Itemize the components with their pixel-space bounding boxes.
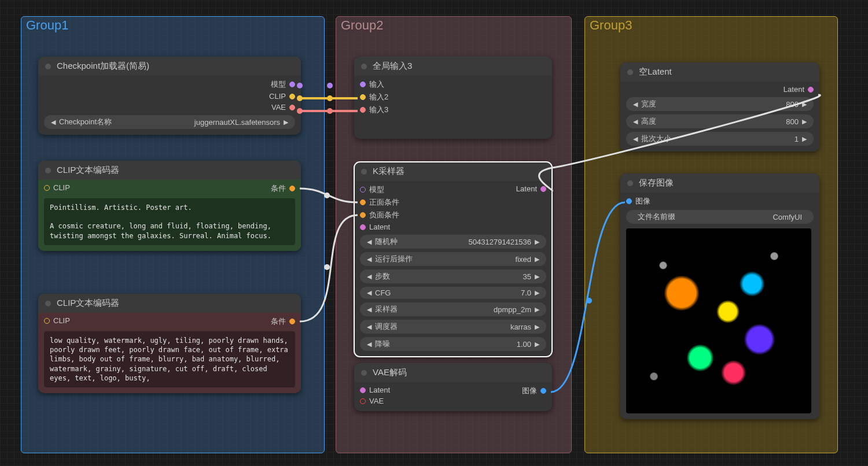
cfg-widget[interactable]: ◀ CFG 7.0 ▶ — [360, 287, 546, 299]
input-3[interactable]: 输入3 — [360, 105, 546, 115]
port-icon[interactable] — [360, 94, 366, 100]
sampler-widget[interactable]: ◀ 采样器 dpmpp_2m ▶ — [360, 302, 546, 316]
output-model[interactable]: 模型 — [271, 79, 295, 90]
output-clip[interactable]: CLIP — [269, 92, 295, 101]
chevron-left-icon[interactable]: ◀ — [50, 119, 57, 126]
port-icon[interactable] — [540, 388, 546, 394]
node-header[interactable]: CLIP文本编码器 — [38, 294, 301, 313]
input-vae[interactable]: VAE — [360, 397, 390, 405]
chevron-right-icon[interactable]: ▶ — [534, 273, 540, 280]
input-latent[interactable]: Latent — [360, 223, 399, 231]
chevron-right-icon[interactable]: ▶ — [282, 119, 289, 126]
chevron-left-icon[interactable]: ◀ — [632, 135, 639, 143]
clip-positive-node[interactable]: CLIP文本编码器 CLIP 条件 Pointillism. Artistic.… — [38, 161, 301, 251]
chevron-left-icon[interactable]: ◀ — [366, 341, 373, 348]
chevron-right-icon[interactable]: ▶ — [534, 289, 540, 297]
port-icon[interactable] — [360, 212, 366, 218]
chevron-left-icon[interactable]: ◀ — [366, 256, 373, 263]
chevron-left-icon[interactable]: ◀ — [366, 289, 373, 297]
node-header[interactable]: K采样器 — [354, 162, 552, 181]
node-header[interactable]: 空Latent — [620, 62, 819, 82]
empty-latent-node[interactable]: 空Latent Latent ◀ 宽度 800 ▶ ◀ 高度 800 ▶ ◀ — [620, 62, 819, 151]
input-model[interactable]: 模型 — [360, 184, 399, 195]
collapse-dot-icon[interactable] — [45, 168, 51, 173]
port-icon[interactable] — [289, 105, 295, 110]
port-icon[interactable] — [360, 387, 366, 393]
vae-decode-node[interactable]: VAE解码 Latent VAE 图像 — [354, 363, 552, 411]
port-icon[interactable] — [360, 199, 366, 205]
filename-prefix-widget[interactable]: 文件名前缀 ComfyUI — [626, 210, 814, 224]
height-widget[interactable]: ◀ 高度 800 ▶ — [626, 114, 814, 128]
port-icon[interactable] — [540, 186, 546, 192]
node-header[interactable]: Checkpoint加载器(简易) — [38, 57, 301, 76]
chevron-left-icon[interactable]: ◀ — [366, 323, 373, 331]
port-icon[interactable] — [360, 187, 366, 193]
collapse-dot-icon[interactable] — [45, 301, 51, 306]
negative-prompt-textarea[interactable]: low quality, watermark, ugly, tiling, po… — [44, 331, 295, 387]
width-widget[interactable]: ◀ 宽度 800 ▶ — [626, 97, 814, 111]
port-icon[interactable] — [808, 87, 814, 93]
collapse-dot-icon[interactable] — [45, 64, 51, 69]
global-inputs-node[interactable]: 全局输入3 输入 输入2 输入3 — [354, 57, 552, 139]
port-icon[interactable] — [289, 319, 295, 324]
positive-prompt-textarea[interactable]: Pointillism. Artistic. Poster art. A cos… — [44, 198, 295, 245]
chevron-right-icon[interactable]: ▶ — [534, 238, 540, 246]
chevron-right-icon[interactable]: ▶ — [534, 256, 540, 263]
chevron-right-icon[interactable]: ▶ — [534, 323, 540, 331]
checkpoint-loader-node[interactable]: Checkpoint加载器(简易) 模型 CLIP VAE ◀ — [38, 57, 301, 135]
port-icon[interactable] — [360, 82, 366, 87]
group-title[interactable]: Group2 — [341, 18, 383, 33]
output-latent[interactable]: Latent — [516, 184, 546, 193]
chevron-right-icon[interactable]: ▶ — [534, 306, 540, 313]
output-vae[interactable]: VAE — [271, 103, 295, 112]
chevron-left-icon[interactable]: ◀ — [632, 101, 639, 108]
save-image-node[interactable]: 保存图像 图像 文件名前缀 ComfyUI — [620, 173, 819, 419]
port-icon[interactable] — [44, 185, 50, 191]
group-title[interactable]: Group3 — [590, 18, 632, 33]
output-image-preview[interactable] — [626, 228, 811, 413]
port-icon[interactable] — [289, 94, 295, 99]
port-icon[interactable] — [360, 107, 366, 113]
collapse-dot-icon[interactable] — [361, 64, 367, 69]
output-latent[interactable]: Latent — [784, 85, 814, 94]
node-header[interactable]: CLIP文本编码器 — [38, 161, 301, 180]
collapse-dot-icon[interactable] — [361, 169, 367, 175]
port-icon[interactable] — [44, 318, 50, 324]
output-image[interactable]: 图像 — [522, 386, 546, 396]
input-positive[interactable]: 正面条件 — [360, 197, 399, 208]
seed-behavior-widget[interactable]: ◀ 运行后操作 fixed ▶ — [360, 252, 546, 266]
chevron-left-icon[interactable]: ◀ — [632, 118, 639, 125]
chevron-left-icon[interactable]: ◀ — [366, 273, 373, 280]
chevron-right-icon[interactable]: ▶ — [801, 118, 808, 125]
port-icon[interactable] — [289, 186, 295, 191]
seed-widget[interactable]: ◀ 随机种 504312791421536 ▶ — [360, 235, 546, 249]
chevron-right-icon[interactable]: ▶ — [801, 135, 808, 143]
denoise-widget[interactable]: ◀ 降噪 1.00 ▶ — [360, 337, 546, 351]
steps-widget[interactable]: ◀ 步数 35 ▶ — [360, 269, 546, 283]
output-conditioning[interactable]: 条件 — [271, 183, 295, 194]
output-conditioning[interactable]: 条件 — [271, 316, 295, 327]
scheduler-widget[interactable]: ◀ 调度器 karras ▶ — [360, 320, 546, 334]
node-header[interactable]: VAE解码 — [354, 363, 552, 382]
node-header[interactable]: 保存图像 — [620, 173, 819, 193]
chevron-right-icon[interactable]: ▶ — [801, 101, 808, 108]
collapse-dot-icon[interactable] — [361, 370, 367, 376]
input-clip[interactable]: CLIP — [44, 316, 70, 325]
port-icon[interactable] — [626, 198, 632, 204]
chevron-left-icon[interactable]: ◀ — [366, 306, 373, 313]
chevron-left-icon[interactable]: ◀ — [366, 238, 373, 246]
batch-widget[interactable]: ◀ 批次大小 1 ▶ — [626, 132, 814, 146]
input-image[interactable]: 图像 — [626, 196, 650, 206]
checkpoint-name-widget[interactable]: ◀ Checkpoint名称 juggernautXL.safetensors … — [44, 115, 295, 129]
collapse-dot-icon[interactable] — [627, 180, 633, 186]
input-latent[interactable]: Latent — [360, 386, 390, 394]
port-icon[interactable] — [360, 224, 366, 230]
node-header[interactable]: 全局输入3 — [354, 57, 552, 76]
port-icon[interactable] — [360, 398, 366, 404]
input-clip[interactable]: CLIP — [44, 183, 70, 192]
collapse-dot-icon[interactable] — [627, 69, 633, 75]
input-2[interactable]: 输入2 — [360, 92, 546, 102]
group-title[interactable]: Group1 — [26, 18, 68, 33]
input-negative[interactable]: 负面条件 — [360, 210, 399, 220]
chevron-right-icon[interactable]: ▶ — [534, 341, 540, 348]
